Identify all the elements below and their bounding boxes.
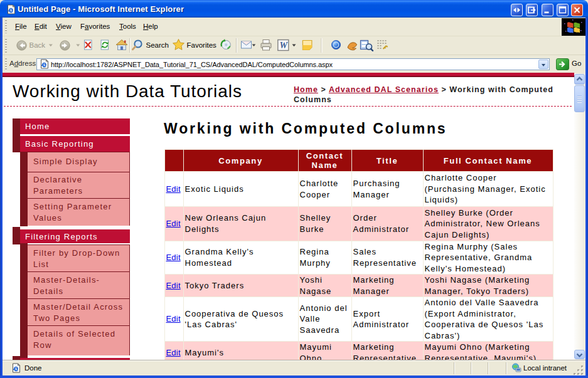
svg-text:W: W xyxy=(280,41,289,50)
